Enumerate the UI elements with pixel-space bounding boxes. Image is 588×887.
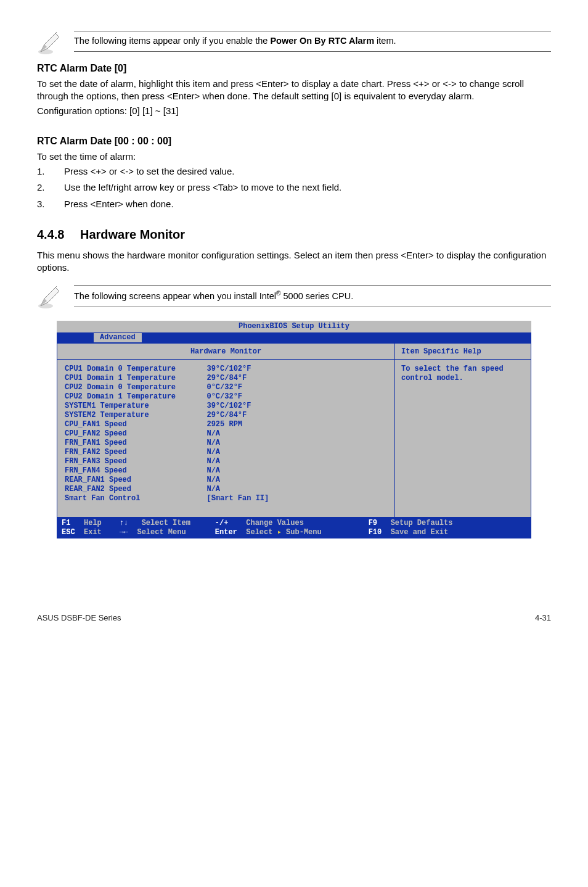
step-num: 2. <box>37 181 49 194</box>
step-text: Use the left/right arrow key or press <T… <box>64 181 341 194</box>
fk-esc: ESC <box>62 528 75 537</box>
bios-screenshot: PhoenixBIOS Setup Utility Advanced Hardw… <box>57 321 531 538</box>
step-text: Press <+> or <-> to set the desired valu… <box>64 165 234 178</box>
section-title: Hardware Monitor <box>80 228 185 241</box>
fk-enter: Enter <box>215 528 237 537</box>
bios-row: CPU_FAN2 Speed N/A <box>65 429 388 439</box>
bios-row: Smart Fan Control [Smart Fan II] <box>65 494 388 503</box>
fk-f9: F9 <box>369 519 377 527</box>
note2-pre: The following screens appear when you in… <box>74 291 276 301</box>
fk-plusminus: -/+ <box>215 519 229 527</box>
bios-body: Hardware Monitor CPU1 Domain 0 Temperatu… <box>57 343 531 518</box>
step-num: 3. <box>37 198 49 210</box>
fk-select-item: Select Item <box>142 519 190 527</box>
fk-leftright: →← <box>120 528 128 537</box>
bios-help-text: To select the fan speed control model. <box>395 360 531 388</box>
bios-row: REAR_FAN2 Speed N/A <box>65 485 388 494</box>
fk-exit: Exit <box>84 528 102 537</box>
fk-updown: ↑↓ <box>120 519 128 527</box>
rtc-date-heading: RTC Alarm Date [0] <box>37 62 551 75</box>
bios-row: CPU_FAN1 Speed 2925 RPM <box>65 420 388 429</box>
bios-left-panel: Hardware Monitor CPU1 Domain 0 Temperatu… <box>57 344 395 517</box>
section-heading: 4.4.8Hardware Monitor <box>37 226 551 243</box>
bios-tab-advanced: Advanced <box>94 333 142 342</box>
rtc-time-p1: To set the time of alarm: <box>37 151 551 163</box>
bios-row: REAR_FAN1 Speed N/A <box>65 476 388 485</box>
fk-save-exit: Save and Exit <box>391 528 449 537</box>
fk-f1: F1 <box>62 519 70 527</box>
section-number: 4.4.8 <box>37 226 80 243</box>
note1-pre: The following items appear only if you e… <box>74 36 270 46</box>
list-item: 3.Press <Enter> when done. <box>37 198 551 210</box>
fk-help: Help <box>84 519 102 527</box>
bios-row: SYSTEM1 Temperature 39°C/102°F <box>65 402 388 411</box>
rtc-time-steps: 1.Press <+> or <-> to set the desired va… <box>37 165 551 210</box>
rtc-date-p1: To set the date of alarm, highlight this… <box>37 78 551 103</box>
bios-title: PhoenixBIOS Setup Utility <box>57 321 531 332</box>
step-text: Press <Enter> when done. <box>64 198 174 210</box>
bios-row: CPU1 Domain 1 Temperature 29°C/84°F <box>65 374 388 383</box>
note-intel-5000: The following screens appear when you in… <box>37 285 551 310</box>
fk-select-menu: Select Menu <box>137 528 186 537</box>
footer-right: 4-31 <box>535 613 551 624</box>
list-item: 2.Use the left/right arrow key or press … <box>37 181 551 194</box>
rtc-time-heading: RTC Alarm Date [00 : 00 : 00] <box>37 134 551 148</box>
bios-row: CPU1 Domain 0 Temperature 39°C/102°F <box>65 365 388 374</box>
note1-post: item. <box>374 36 396 46</box>
pencil-icon <box>37 31 62 56</box>
note-text: The following items appear only if you e… <box>74 31 551 52</box>
note2-post: 5000 series CPU. <box>281 291 354 301</box>
page-footer: ASUS DSBF-DE Series 4-31 <box>37 613 551 624</box>
bios-panel-title: Hardware Monitor <box>57 344 394 360</box>
bios-row: FRN_FAN2 Speed N/A <box>65 448 388 457</box>
note-text: The following screens appear when you in… <box>74 285 551 307</box>
section-paragraph: This menu shows the hardware monitor con… <box>37 249 551 274</box>
step-num: 1. <box>37 165 49 178</box>
bios-row: CPU2 Domain 0 Temperature 0°C/32°F <box>65 383 388 392</box>
fk-setup-defaults: Setup Defaults <box>391 519 453 527</box>
bios-row: SYSTEM2 Temperature 29°C/84°F <box>65 411 388 420</box>
list-item: 1.Press <+> or <-> to set the desired va… <box>37 165 551 178</box>
note1-bold: Power On By RTC Alarm <box>270 36 374 46</box>
bios-tabbar: Advanced <box>57 332 531 343</box>
rtc-date-p2: Configuration options: [0] [1] ~ [31] <box>37 105 551 117</box>
footer-left: ASUS DSBF-DE Series <box>37 613 121 624</box>
fk-submenu: Sub-Menu <box>282 528 322 537</box>
submenu-arrow-icon: ▸ <box>277 528 282 537</box>
note-power-on-rtc: The following items appear only if you e… <box>37 31 551 56</box>
bios-row: CPU2 Domain 1 Temperature 0°C/32°F <box>65 392 388 402</box>
bios-row: FRN_FAN1 Speed N/A <box>65 439 388 448</box>
fk-change-values: Change Values <box>246 519 304 527</box>
fk-f10: F10 <box>369 528 382 537</box>
bios-content: CPU1 Domain 0 Temperature 39°C/102°FCPU1… <box>57 360 394 517</box>
bios-right-panel: Item Specific Help To select the fan spe… <box>395 344 531 517</box>
bios-row: FRN_FAN3 Speed N/A <box>65 457 388 466</box>
bios-row: FRN_FAN4 Speed N/A <box>65 466 388 476</box>
registered-symbol: ® <box>276 290 280 297</box>
bios-help-title: Item Specific Help <box>395 344 531 360</box>
bios-footer: F1 Help ↑↓ Select Item-/+ Change ValuesF… <box>57 518 531 538</box>
pencil-icon <box>37 285 62 310</box>
fk-select: Select <box>246 528 277 537</box>
